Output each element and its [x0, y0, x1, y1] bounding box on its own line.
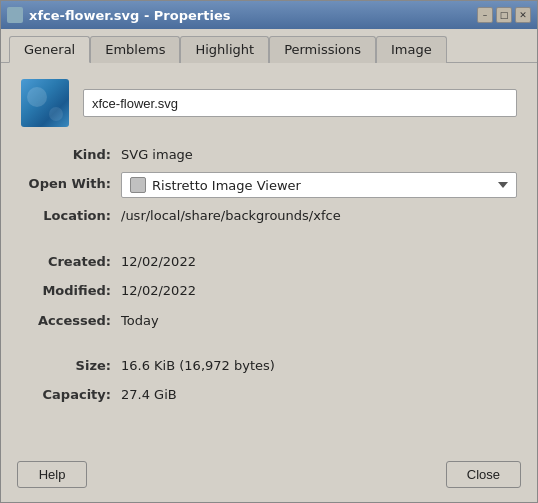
created-value: 12/02/2022	[121, 250, 517, 273]
properties-window: xfce-flower.svg - Properties – □ ✕ Gener…	[0, 0, 538, 503]
content-area: Kind: SVG image Open With: Ristretto Ima…	[1, 63, 537, 451]
close-button[interactable]: ✕	[515, 7, 531, 23]
dates-grid: Created: 12/02/2022 Modified: 12/02/2022…	[21, 250, 517, 332]
open-with-select[interactable]: Ristretto Image Viewer	[121, 172, 517, 198]
properties-grid: Kind: SVG image Open With: Ristretto Ima…	[21, 143, 517, 228]
capacity-value: 27.4 GiB	[121, 383, 517, 406]
tab-general[interactable]: General	[9, 36, 90, 63]
window-controls: – □ ✕	[477, 7, 531, 23]
size-label: Size:	[21, 354, 121, 377]
app-icon	[130, 177, 146, 193]
size-grid: Size: 16.6 KiB (16,972 bytes) Capacity: …	[21, 354, 517, 407]
minimize-button[interactable]: –	[477, 7, 493, 23]
kind-label: Kind:	[21, 143, 121, 166]
modified-label: Modified:	[21, 279, 121, 302]
separator-2	[21, 342, 517, 354]
modified-value: 12/02/2022	[121, 279, 517, 302]
tabs-bar: General Emblems Highlight Permissions Im…	[1, 29, 537, 63]
window-title: xfce-flower.svg - Properties	[29, 8, 230, 23]
close-button[interactable]: Close	[446, 461, 521, 488]
location-value: /usr/local/share/backgrounds/xfce	[121, 204, 517, 227]
titlebar-left: xfce-flower.svg - Properties	[7, 7, 230, 23]
footer: Help Close	[1, 451, 537, 502]
maximize-button[interactable]: □	[496, 7, 512, 23]
file-thumbnail	[21, 79, 69, 127]
capacity-label: Capacity:	[21, 383, 121, 406]
separator-1	[21, 238, 517, 250]
open-with-value: Ristretto Image Viewer	[152, 178, 301, 193]
titlebar: xfce-flower.svg - Properties – □ ✕	[1, 1, 537, 29]
tab-emblems[interactable]: Emblems	[90, 36, 180, 63]
filename-input[interactable]	[83, 89, 517, 117]
location-label: Location:	[21, 204, 121, 227]
size-value: 16.6 KiB (16,972 bytes)	[121, 354, 517, 377]
dropdown-arrow-icon	[498, 182, 508, 188]
accessed-label: Accessed:	[21, 309, 121, 332]
help-button[interactable]: Help	[17, 461, 87, 488]
open-with-row: Ristretto Image Viewer	[121, 172, 517, 198]
open-with-label: Open With:	[21, 172, 121, 198]
created-label: Created:	[21, 250, 121, 273]
file-header	[21, 79, 517, 127]
tab-image[interactable]: Image	[376, 36, 447, 63]
titlebar-app-icon	[7, 7, 23, 23]
tab-highlight[interactable]: Highlight	[180, 36, 269, 63]
kind-value: SVG image	[121, 143, 517, 166]
accessed-value: Today	[121, 309, 517, 332]
tab-permissions[interactable]: Permissions	[269, 36, 376, 63]
